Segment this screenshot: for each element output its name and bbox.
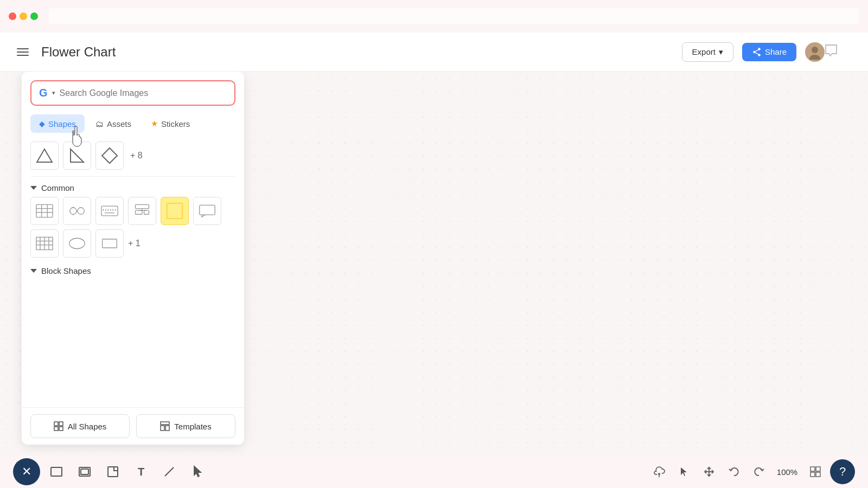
svg-rect-66 [816,472,820,477]
block-shapes-section-header[interactable]: Block Shapes [30,266,235,275]
chart-title: Flower Chart [41,44,673,60]
rectangle-shape[interactable] [95,229,124,258]
yellow-square-shape[interactable] [161,197,189,225]
svg-point-3 [753,50,756,53]
templates-button[interactable]: Templates [136,414,235,438]
side-panel: G ▾ ◆ Shapes 🗂 Assets ★ Stickers [22,72,244,445]
svg-line-7 [755,53,758,54]
svg-rect-33 [144,210,149,214]
svg-line-6 [755,49,758,51]
menu-button[interactable] [13,42,33,62]
sticky-tool-button[interactable] [101,460,125,484]
svg-rect-57 [81,469,88,474]
more-common-label: + 1 [128,239,141,248]
common-section-header[interactable]: Common [30,183,235,192]
star-icon: ★ [151,119,158,129]
svg-rect-47 [103,239,117,248]
more-shapes-label: + 8 [130,151,143,160]
callout-shape[interactable] [193,197,221,225]
svg-rect-31 [136,204,149,208]
line-tool-button[interactable] [157,460,181,484]
address-bar[interactable] [49,8,859,24]
google-search-box[interactable]: G ▾ [30,80,235,106]
svg-rect-53 [161,426,164,431]
triangle-shape[interactable] [30,142,59,170]
panel-content: + 8 Common [22,137,244,402]
svg-rect-13 [36,204,53,217]
grid-shape[interactable] [30,229,59,258]
tab-assets[interactable]: 🗂 Assets [87,114,140,133]
svg-rect-1 [17,52,29,53]
pointer-tool-button[interactable] [186,460,209,484]
export-button[interactable]: Export ▾ [682,42,733,62]
main-toolbar: Flower Chart Export ▾ Share [0,33,868,72]
close-tool-button[interactable]: ✕ [13,458,40,485]
diamond-shape[interactable] [95,142,124,170]
svg-rect-64 [816,467,820,471]
question-icon: ? [839,465,846,479]
svg-rect-52 [161,422,169,425]
svg-point-4 [758,48,761,50]
grid-button[interactable] [805,461,826,482]
svg-point-8 [812,47,818,53]
rectangle-tool-button[interactable] [44,460,68,484]
text-tool-button[interactable]: T [129,460,153,484]
google-g-icon: G [39,87,48,99]
comment-button[interactable] [820,41,842,63]
text-icon: T [138,466,144,478]
svg-rect-55 [51,467,62,476]
frame-tool-button[interactable] [73,460,97,484]
tab-stickers[interactable]: ★ Stickers [142,114,199,133]
close-dot[interactable] [9,12,16,20]
svg-point-19 [78,208,84,214]
select-cursor-button[interactable] [674,461,694,482]
svg-rect-2 [17,55,29,56]
titlebar [0,0,868,33]
share-button[interactable]: Share [742,43,796,61]
flowchart-shape[interactable] [128,197,156,225]
block-shapes-chevron [30,269,37,273]
search-input[interactable] [60,88,227,98]
svg-point-46 [69,238,85,249]
tab-shapes[interactable]: ◆ Shapes [30,114,85,133]
help-button[interactable]: ? [830,459,855,484]
oval-shape[interactable] [63,229,91,258]
svg-rect-36 [167,203,182,219]
panel-tabs: ◆ Shapes 🗂 Assets ★ Stickers [22,114,244,133]
svg-rect-32 [136,210,142,214]
right-toolbar: 100% ? [649,455,855,488]
svg-rect-63 [810,467,815,471]
svg-marker-12 [102,148,117,163]
svg-rect-51 [59,427,63,431]
svg-rect-54 [165,426,169,431]
save-cloud-button[interactable] [649,461,669,482]
svg-rect-48 [54,422,58,426]
common-chevron [30,186,37,190]
svg-rect-58 [108,467,118,477]
panel-footer: All Shapes Templates [22,407,244,445]
all-shapes-button[interactable]: All Shapes [30,414,130,438]
svg-rect-50 [54,427,58,431]
process-shape[interactable] [63,197,91,225]
svg-rect-37 [200,205,215,215]
undo-button[interactable] [724,461,744,482]
svg-point-5 [758,54,761,56]
svg-line-59 [165,467,174,476]
move-button[interactable] [699,461,719,482]
diamond-icon: ◆ [39,119,45,128]
keyboard-shape[interactable] [95,197,124,225]
svg-marker-11 [71,149,84,162]
svg-rect-0 [17,48,29,49]
minimize-dot[interactable] [20,12,27,20]
zoom-level: 100% [774,467,801,477]
svg-point-9 [809,55,820,60]
table-shape[interactable] [30,197,59,225]
google-dropdown[interactable]: ▾ [52,89,55,97]
svg-rect-49 [59,422,63,426]
maximize-dot[interactable] [30,12,38,20]
assets-icon: 🗂 [95,119,104,129]
svg-rect-65 [810,472,815,477]
redo-button[interactable] [749,461,769,482]
window-controls [9,12,38,20]
right-triangle-shape[interactable] [63,142,91,170]
